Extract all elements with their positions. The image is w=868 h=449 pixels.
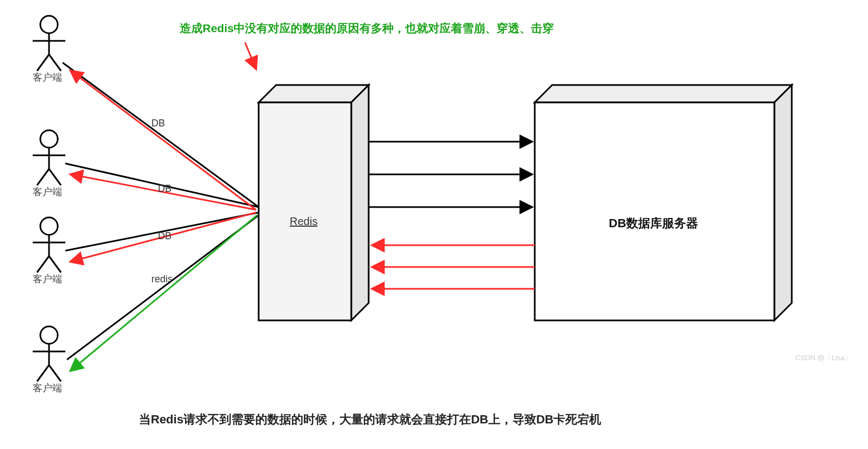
svg-point-15: [40, 326, 58, 344]
svg-line-3: [37, 54, 49, 71]
client-figure-3: [33, 217, 65, 272]
title-text: 造成Redis中没有对应的数据的原因有多种，也就对应着雪崩、穿透、击穿: [180, 21, 554, 36]
edge-label-db-1: DB: [151, 118, 165, 129]
svg-line-18: [37, 365, 49, 381]
client-label-4: 客户端: [33, 381, 62, 395]
svg-marker-21: [351, 85, 369, 320]
svg-line-19: [49, 365, 61, 381]
client-figure-2: [33, 130, 65, 185]
svg-marker-23: [535, 85, 792, 102]
edge-label-redis: redis: [151, 274, 173, 285]
svg-point-10: [40, 217, 58, 235]
svg-line-9: [49, 169, 61, 185]
client-label-1: 客户端: [33, 71, 62, 84]
edge-label-db-2: DB: [158, 183, 172, 195]
svg-point-0: [40, 16, 58, 33]
edge-label-db-3: DB: [158, 230, 172, 242]
svg-marker-20: [259, 85, 369, 102]
svg-rect-25: [535, 102, 774, 320]
bottom-caption: 当Redis请求不到需要的数据的时候，大量的请求就会直接打在DB上，导致DB卡死…: [139, 411, 601, 428]
client-to-redis-lines: [63, 63, 259, 360]
client-label-3: 客户端: [33, 272, 62, 286]
svg-line-8: [37, 169, 49, 185]
annotation-arrow: [245, 43, 256, 69]
client-figure-1: [33, 16, 65, 71]
redis-box-label: Redis: [290, 215, 317, 228]
svg-line-13: [37, 256, 49, 272]
redis-to-db-arrows: [369, 142, 531, 207]
svg-point-5: [40, 130, 58, 148]
diagram-canvas: [0, 0, 868, 449]
svg-line-14: [49, 256, 61, 272]
client-label-2: 客户端: [33, 185, 62, 198]
redis-box: [259, 85, 369, 320]
db-box-label: DB数据库服务器: [609, 215, 698, 232]
watermark-text: CSDN @〔Lisa〕: [796, 353, 852, 363]
svg-rect-22: [259, 102, 351, 320]
db-to-redis-arrows: [372, 245, 535, 289]
client-figure-4: [33, 326, 65, 381]
svg-line-4: [49, 54, 61, 71]
db-box: [535, 85, 792, 320]
svg-marker-24: [774, 85, 792, 320]
